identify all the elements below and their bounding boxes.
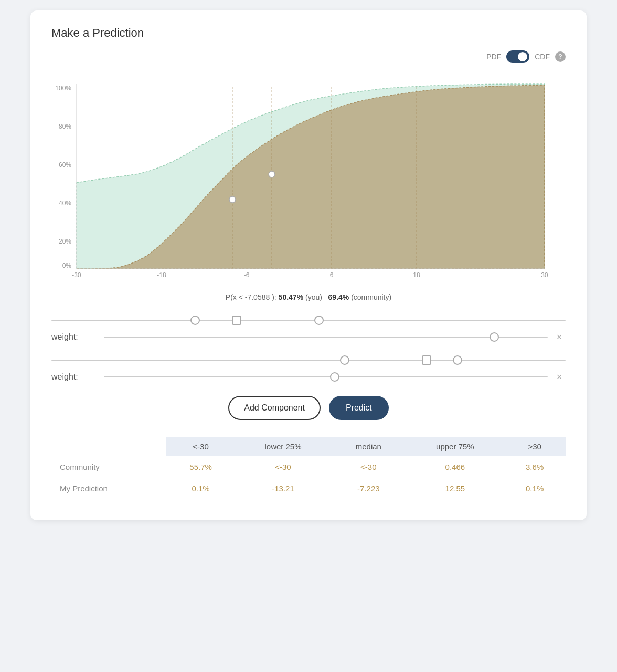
table-header-median: median xyxy=(331,437,406,456)
my-prediction-lt30: 0.1% xyxy=(166,478,235,499)
svg-text:100%: 100% xyxy=(55,85,71,92)
svg-text:40%: 40% xyxy=(59,200,71,207)
community-lt30: 55.7% xyxy=(166,456,235,478)
svg-text:20%: 20% xyxy=(59,238,71,245)
main-card: Make a Prediction PDF CDF ? 100% 80% 60%… xyxy=(30,10,587,520)
svg-text:80%: 80% xyxy=(59,123,71,130)
community-gt30: 3.6% xyxy=(504,456,566,478)
table-header-gt30: >30 xyxy=(504,437,566,456)
slider-handle-mid-1[interactable] xyxy=(232,316,241,325)
weight-handle-1[interactable] xyxy=(490,332,499,342)
svg-point-17 xyxy=(229,196,236,203)
my-prediction-upper75: 12.55 xyxy=(406,478,504,499)
weight-slider-1[interactable] xyxy=(104,337,548,338)
community-row: Community 55.7% <-30 <-30 0.466 3.6% xyxy=(51,456,566,478)
slider-handle-right-1[interactable] xyxy=(314,316,324,325)
stats-table: <-30 lower 25% median upper 75% >30 Comm… xyxy=(51,437,566,499)
svg-text:-18: -18 xyxy=(157,271,166,279)
probability-label: P(x < -7.0588 ): xyxy=(226,293,276,301)
weight-slider-2[interactable] xyxy=(104,376,548,377)
slider-handle-left-1[interactable] xyxy=(190,316,200,325)
svg-text:18: 18 xyxy=(413,271,420,279)
cdf-label: CDF xyxy=(535,52,550,61)
chart-svg[interactable]: 100% 80% 60% 40% 20% 0% -30 -18 -6 6 18 … xyxy=(51,68,566,289)
probability-value-community: 69.4% xyxy=(328,293,349,301)
you-label: (you) xyxy=(305,293,322,301)
table-header-empty xyxy=(51,437,166,456)
action-buttons: Add Component Predict xyxy=(51,396,566,420)
svg-text:6: 6 xyxy=(330,271,334,279)
my-prediction-median: -7.223 xyxy=(331,478,406,499)
community-label: Community xyxy=(51,456,166,478)
my-prediction-lower25: -13.21 xyxy=(236,478,331,499)
slider-handle-right-2[interactable] xyxy=(453,355,462,365)
add-component-button[interactable]: Add Component xyxy=(228,396,321,420)
slider-handle-left-2[interactable] xyxy=(340,355,349,365)
my-prediction-row: My Prediction 0.1% -13.21 -7.223 12.55 0… xyxy=(51,478,566,499)
community-median: <-30 xyxy=(331,456,406,478)
svg-text:30: 30 xyxy=(541,271,548,279)
community-lower25: <-30 xyxy=(236,456,331,478)
slider-handle-mid-2[interactable] xyxy=(422,355,431,365)
probability-value-you: 50.47% xyxy=(279,293,303,301)
svg-text:-30: -30 xyxy=(72,271,81,279)
table-header-lower25: lower 25% xyxy=(236,437,331,456)
community-label: (community) xyxy=(351,293,391,301)
chart-container: 100% 80% 60% 40% 20% 0% -30 -18 -6 6 18 … xyxy=(51,68,566,289)
svg-text:60%: 60% xyxy=(59,161,71,169)
my-prediction-gt30: 0.1% xyxy=(504,478,566,499)
table-header-upper75: upper 75% xyxy=(406,437,504,456)
community-upper75: 0.466 xyxy=(406,456,504,478)
my-prediction-label: My Prediction xyxy=(51,478,166,499)
help-icon[interactable]: ? xyxy=(555,51,566,62)
svg-point-16 xyxy=(269,171,275,177)
weight-handle-2[interactable] xyxy=(330,372,339,382)
page-title: Make a Prediction xyxy=(51,26,566,40)
weight-row-1: weight: × xyxy=(51,331,566,343)
weight-label-1: weight: xyxy=(51,332,99,342)
probability-display: P(x < -7.0588 ): 50.47% (you) 69.4% (com… xyxy=(51,293,566,301)
weight-row-2: weight: × xyxy=(51,371,566,383)
table-header-lt30: <-30 xyxy=(166,437,235,456)
component-slider-1[interactable] xyxy=(51,312,566,329)
pdf-label: PDF xyxy=(486,52,501,61)
predict-button[interactable]: Predict xyxy=(329,396,389,420)
svg-text:0%: 0% xyxy=(62,262,72,269)
top-controls: PDF CDF ? xyxy=(51,50,566,63)
svg-text:-6: -6 xyxy=(244,271,250,279)
remove-component-1[interactable]: × xyxy=(553,331,566,343)
remove-component-2[interactable]: × xyxy=(553,371,566,383)
component-slider-2[interactable] xyxy=(51,352,566,369)
weight-label-2: weight: xyxy=(51,372,99,382)
pdf-cdf-toggle[interactable] xyxy=(506,50,529,63)
